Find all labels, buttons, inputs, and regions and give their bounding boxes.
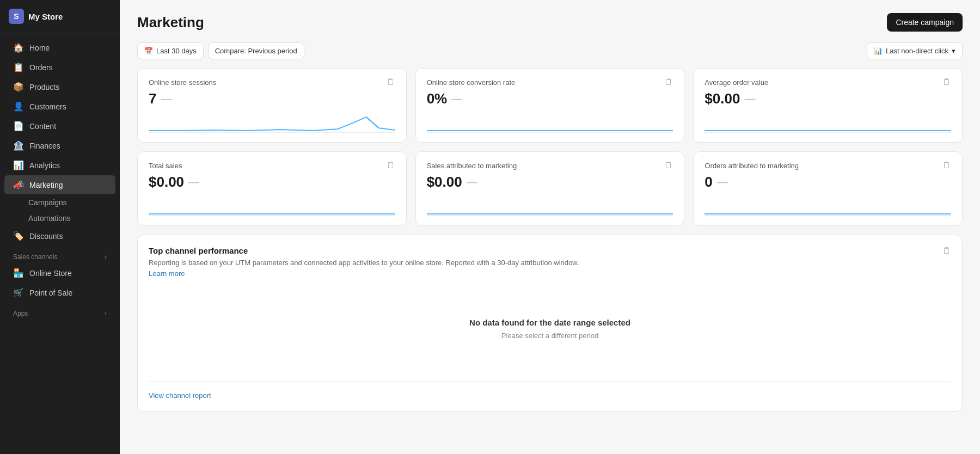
products-icon: 📦 [13, 82, 24, 92]
metric-card-orders-marketing: Orders attributed to marketing 🗒 0 — [693, 151, 963, 226]
create-campaign-button[interactable]: Create campaign [887, 13, 963, 32]
page-title: Marketing [137, 14, 204, 31]
learn-more-link[interactable]: Learn more [149, 269, 185, 278]
metric-label-avg-order: Average order value [705, 78, 768, 87]
metric-dash-total-sales: — [188, 176, 199, 188]
sidebar-logo: S My Store [0, 0, 120, 33]
sidebar-label-analytics: Analytics [29, 161, 60, 170]
sidebar-item-point-of-sale[interactable]: 🛒 Point of Sale [4, 283, 115, 302]
apps-section: Apps › [4, 304, 115, 320]
point-of-sale-icon: 🛒 [13, 287, 24, 298]
metric-card-sessions: Online store sessions 🗒 7 — [137, 68, 407, 143]
sidebar-item-customers[interactable]: 👤 Customers [4, 97, 115, 116]
sidebar-nav: 🏠 Home 📋 Orders 📦 Products 👤 Customers 📄… [0, 33, 120, 454]
doc-icon-channel[interactable]: 🗒 [942, 246, 951, 256]
channel-desc: Reporting is based on your UTM parameter… [149, 257, 579, 279]
sidebar-item-home[interactable]: 🏠 Home [4, 38, 115, 57]
metric-dash-sales-marketing: — [467, 176, 477, 188]
no-data-title: No data found for the date range selecte… [469, 318, 630, 327]
metric-label-conversion: Online store conversion rate [427, 78, 516, 87]
page-header: Marketing Create campaign [137, 13, 963, 32]
finances-icon: 🏦 [13, 140, 24, 151]
chevron-right-icon: › [105, 253, 107, 261]
sales-channels-label: Sales channels [13, 253, 57, 261]
doc-icon-orders-marketing[interactable]: 🗒 [942, 161, 951, 170]
sidebar-item-orders[interactable]: 📋 Orders [4, 58, 115, 77]
metric-number-total-sales: $0.00 [149, 174, 184, 191]
no-data-area: No data found for the date range selecte… [149, 285, 951, 372]
sidebar-label-campaigns: Campaigns [28, 198, 67, 207]
doc-icon-sessions[interactable]: 🗒 [387, 77, 395, 87]
metric-number-sales-marketing: $0.00 [427, 174, 462, 191]
filter-bar: 📅 Last 30 days Compare: Previous period … [137, 42, 963, 59]
metric-header-conversion: Online store conversion rate 🗒 [427, 77, 673, 87]
apps-label: Apps [13, 310, 28, 317]
metric-chart-sessions [149, 112, 395, 133]
metric-number-conversion: 0% [427, 90, 448, 107]
doc-icon-avg-order[interactable]: 🗒 [942, 77, 951, 87]
metric-header-sales-marketing: Sales attributed to marketing 🗒 [427, 161, 673, 170]
metric-chart-sales-marketing [427, 195, 673, 217]
sidebar-item-content[interactable]: 📄 Content [4, 116, 115, 136]
sidebar-label-home: Home [29, 44, 50, 52]
metric-number-avg-order: $0.00 [705, 90, 740, 107]
doc-icon-sales-marketing[interactable]: 🗒 [664, 161, 673, 170]
content-icon: 📄 [13, 121, 24, 131]
metric-value-orders-marketing: 0 — [705, 174, 951, 191]
metric-chart-total-sales [149, 195, 395, 217]
filter-left: 📅 Last 30 days Compare: Previous period [137, 42, 304, 59]
apps-chevron-icon: › [105, 310, 107, 317]
metric-label-orders-marketing: Orders attributed to marketing [705, 162, 799, 170]
date-range-button[interactable]: 📅 Last 30 days [137, 42, 204, 59]
channel-title: Top channel performance [149, 246, 579, 255]
metric-number-orders-marketing: 0 [705, 174, 712, 191]
orders-icon: 📋 [13, 62, 24, 72]
calendar-icon: 📅 [144, 47, 153, 55]
sidebar-item-automations[interactable]: Automations [4, 211, 115, 226]
metric-number-sessions: 7 [149, 90, 156, 107]
sales-channels-section: Sales channels › [4, 248, 115, 263]
metric-value-conversion: 0% — [427, 90, 673, 107]
marketing-icon: 📣 [13, 180, 24, 190]
metric-dash-orders-marketing: — [717, 176, 728, 188]
channel-desc-text: Reporting is based on your UTM parameter… [149, 259, 579, 267]
metric-dash-sessions: — [161, 93, 171, 105]
metric-card-total-sales: Total sales 🗒 $0.00 — [137, 151, 407, 226]
view-channel-report-link[interactable]: View channel report [149, 391, 211, 400]
metric-label-total-sales: Total sales [149, 162, 182, 170]
attribution-button[interactable]: 📊 Last non-direct click ▾ [867, 42, 963, 59]
no-data-subtitle: Please select a different period [501, 332, 598, 340]
sidebar-label-automations: Automations [28, 214, 71, 223]
sidebar-item-discounts[interactable]: 🏷️ Discounts [4, 226, 115, 246]
metric-header-sessions: Online store sessions 🗒 [149, 77, 395, 87]
sidebar-item-finances[interactable]: 🏦 Finances [4, 136, 115, 155]
channel-header-left: Top channel performance Reporting is bas… [149, 246, 579, 279]
attribution-label: Last non-direct click [886, 47, 948, 55]
sidebar-label-marketing: Marketing [29, 181, 63, 189]
metric-value-sales-marketing: $0.00 — [427, 174, 673, 191]
store-name: My Store [28, 12, 63, 21]
metric-chart-avg-order [705, 112, 951, 133]
store-logo-icon: S [9, 9, 24, 24]
metric-value-total-sales: $0.00 — [149, 174, 395, 191]
sidebar-item-campaigns[interactable]: Campaigns [4, 195, 115, 210]
sidebar-item-products[interactable]: 📦 Products [4, 77, 115, 96]
sidebar-item-analytics[interactable]: 📊 Analytics [4, 156, 115, 175]
metric-card-conversion: Online store conversion rate 🗒 0% — [415, 68, 685, 143]
metric-label-sessions: Online store sessions [149, 78, 216, 87]
main-content: Marketing Create campaign 📅 Last 30 days… [120, 0, 980, 454]
doc-icon-total-sales[interactable]: 🗒 [387, 161, 395, 170]
analytics-icon: 📊 [13, 160, 24, 170]
sidebar-item-online-store[interactable]: 🏪 Online Store [4, 263, 115, 283]
metric-card-sales-marketing: Sales attributed to marketing 🗒 $0.00 — [415, 151, 685, 226]
metric-dash-avg-order: — [744, 93, 755, 105]
date-range-label: Last 30 days [156, 47, 197, 55]
channel-card-header: Top channel performance Reporting is bas… [149, 246, 951, 279]
sidebar-item-marketing[interactable]: 📣 Marketing [4, 175, 115, 194]
channel-performance-card: Top channel performance Reporting is bas… [137, 235, 963, 412]
sidebar-label-point-of-sale: Point of Sale [29, 289, 72, 297]
compare-label: Compare: Previous period [215, 47, 297, 55]
compare-button[interactable]: Compare: Previous period [208, 42, 304, 59]
doc-icon-conversion[interactable]: 🗒 [664, 77, 673, 87]
metric-label-sales-marketing: Sales attributed to marketing [427, 162, 517, 170]
